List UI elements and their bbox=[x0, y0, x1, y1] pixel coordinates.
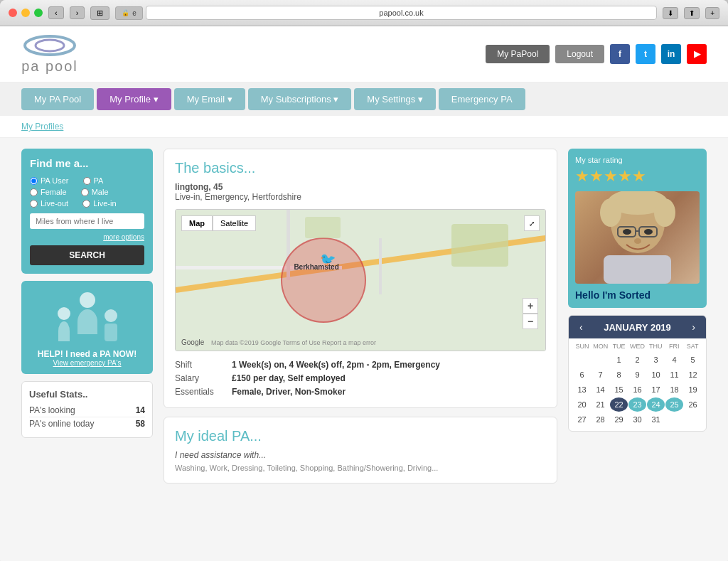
map-container: Berkhamsted 🐦 Map Satellite ⤢ bbox=[175, 209, 546, 351]
cal-day[interactable]: 26 bbox=[684, 397, 702, 412]
female-radio[interactable]: Female bbox=[30, 188, 67, 196]
cal-day[interactable]: 21 bbox=[592, 397, 609, 412]
reader-button[interactable]: ⊞ bbox=[90, 6, 109, 20]
cal-day[interactable]: 14 bbox=[592, 383, 609, 397]
cal-day[interactable]: 28 bbox=[592, 412, 609, 427]
maximize-btn[interactable] bbox=[34, 9, 43, 17]
forward-button[interactable]: › bbox=[70, 6, 85, 19]
logo-text: pa pool bbox=[21, 58, 78, 75]
nav-emergency-pa[interactable]: Emergency PA bbox=[439, 88, 525, 110]
cal-hdr-sun: SUN bbox=[573, 343, 592, 350]
map-zoom-in[interactable]: + bbox=[523, 298, 538, 314]
share-button[interactable]: ⬆ bbox=[684, 7, 700, 19]
new-tab-button[interactable]: + bbox=[705, 7, 719, 19]
stat-row-online: PA's online today 58 bbox=[29, 417, 145, 430]
svg-rect-12 bbox=[604, 255, 671, 284]
youtube-button[interactable]: ▶ bbox=[687, 44, 707, 64]
nav-my-profile[interactable]: My Profile ▾ bbox=[97, 88, 171, 110]
calendar-next[interactable]: › bbox=[688, 321, 699, 333]
cal-day[interactable]: 16 bbox=[628, 383, 646, 397]
cal-day[interactable]: 19 bbox=[684, 383, 702, 397]
cal-day[interactable]: 15 bbox=[610, 383, 628, 397]
cal-day[interactable]: 9 bbox=[628, 368, 646, 382]
calendar-month: JANUARY 2019 bbox=[604, 322, 671, 333]
traffic-lights bbox=[9, 9, 43, 17]
site-header: pa pool My PaPool Logout f t in ▶ bbox=[0, 26, 728, 82]
address-bar[interactable]: papool.co.uk bbox=[146, 6, 657, 20]
cal-hdr-mon: MON bbox=[592, 343, 610, 350]
nav-my-email[interactable]: My Email ▾ bbox=[174, 88, 245, 110]
back-button[interactable]: ‹ bbox=[48, 6, 64, 19]
cal-day[interactable]: 25 bbox=[665, 397, 683, 412]
cal-hdr-fri: FRI bbox=[665, 343, 683, 350]
cal-day[interactable]: 8 bbox=[610, 368, 628, 382]
male-radio[interactable]: Male bbox=[81, 188, 109, 196]
cal-day[interactable]: 27 bbox=[573, 412, 591, 427]
cal-day[interactable]: 31 bbox=[647, 412, 665, 427]
search-button[interactable]: SEARCH bbox=[30, 245, 144, 265]
cal-hdr-tue: TUE bbox=[610, 343, 628, 350]
essentials-row: Essentials Female, Driver, Non-Smoker bbox=[175, 387, 546, 397]
minimize-btn[interactable] bbox=[21, 9, 30, 17]
cal-day[interactable]: 24 bbox=[647, 397, 665, 412]
pa-radio[interactable]: PA bbox=[83, 176, 104, 185]
my-papool-button[interactable]: My PaPool bbox=[486, 45, 550, 63]
browser-tab[interactable]: 🔒 e bbox=[115, 6, 143, 20]
liveout-radio[interactable]: Live-out bbox=[30, 199, 68, 208]
people-illustration bbox=[58, 288, 117, 345]
map-zoom-out[interactable]: − bbox=[523, 314, 538, 329]
cal-day[interactable]: 3 bbox=[647, 353, 665, 367]
svg-point-9 bbox=[623, 229, 631, 235]
cal-day[interactable]: 6 bbox=[573, 368, 591, 382]
cal-day[interactable]: 11 bbox=[665, 368, 683, 382]
cal-day[interactable]: 2 bbox=[628, 353, 646, 367]
cal-hdr-thu: THU bbox=[646, 343, 665, 350]
emergency-link[interactable]: View emergency PA's bbox=[53, 359, 121, 367]
center-content: The basics... lingtong, 45 Live-in, Emer… bbox=[164, 149, 557, 554]
person-details: Live-in, Emergency, Hertfordshire bbox=[175, 192, 301, 202]
pa-user-radio[interactable]: PA User bbox=[30, 176, 69, 185]
cal-day[interactable]: 20 bbox=[573, 397, 591, 412]
salary-row: Salary £150 per day, Self employed bbox=[175, 373, 546, 383]
cal-day bbox=[665, 412, 683, 427]
close-btn[interactable] bbox=[9, 9, 17, 17]
cal-day[interactable]: 1 bbox=[610, 353, 628, 367]
cal-day[interactable]: 13 bbox=[573, 383, 591, 397]
star-rating-stars: ★★★★★ bbox=[575, 167, 700, 186]
cal-day[interactable]: 23 bbox=[628, 397, 646, 412]
calendar-header: ‹ JANUARY 2019 › bbox=[569, 316, 706, 338]
miles-input[interactable] bbox=[30, 213, 144, 229]
cal-day[interactable]: 17 bbox=[647, 383, 665, 397]
cal-day[interactable]: 7 bbox=[592, 368, 609, 382]
more-options-link[interactable]: more options bbox=[30, 233, 144, 241]
map-btn-satellite[interactable]: Satellite bbox=[213, 215, 256, 231]
nav-my-subscriptions[interactable]: My Subscriptions ▾ bbox=[248, 88, 352, 110]
facebook-button[interactable]: f bbox=[610, 44, 630, 64]
map-expand-button[interactable]: ⤢ bbox=[524, 215, 540, 231]
download-button[interactable]: ⬇ bbox=[663, 7, 678, 19]
twitter-button[interactable]: t bbox=[636, 44, 655, 64]
cal-hdr-wed: WED bbox=[628, 343, 647, 350]
cal-day[interactable]: 4 bbox=[665, 353, 683, 367]
cal-day[interactable]: 30 bbox=[628, 412, 646, 427]
stat1-label: PA's looking bbox=[29, 405, 75, 415]
cal-day[interactable]: 29 bbox=[610, 412, 628, 427]
cal-day[interactable]: 5 bbox=[684, 353, 702, 367]
hello-static: Hello bbox=[575, 289, 602, 301]
nav-my-pa-pool[interactable]: My PA Pool bbox=[21, 88, 94, 110]
cal-day[interactable]: 12 bbox=[684, 368, 702, 382]
calendar-prev[interactable]: ‹ bbox=[576, 321, 587, 333]
find-me-title: Find me a... bbox=[30, 157, 144, 169]
logout-button[interactable]: Logout bbox=[555, 45, 604, 63]
cal-day[interactable]: 22 bbox=[610, 397, 628, 412]
breadcrumb-my-profiles[interactable]: My Profiles bbox=[21, 122, 63, 132]
map-btn-map[interactable]: Map bbox=[181, 215, 213, 231]
basics-title: The basics... bbox=[175, 160, 546, 176]
livein-radio[interactable]: Live-in bbox=[82, 199, 116, 208]
stat1-value: 14 bbox=[136, 405, 145, 415]
cal-day[interactable]: 10 bbox=[647, 368, 665, 382]
svg-point-5 bbox=[654, 198, 675, 227]
cal-day[interactable]: 18 bbox=[665, 383, 683, 397]
linkedin-button[interactable]: in bbox=[661, 44, 681, 64]
nav-my-settings[interactable]: My Settings ▾ bbox=[354, 88, 436, 110]
